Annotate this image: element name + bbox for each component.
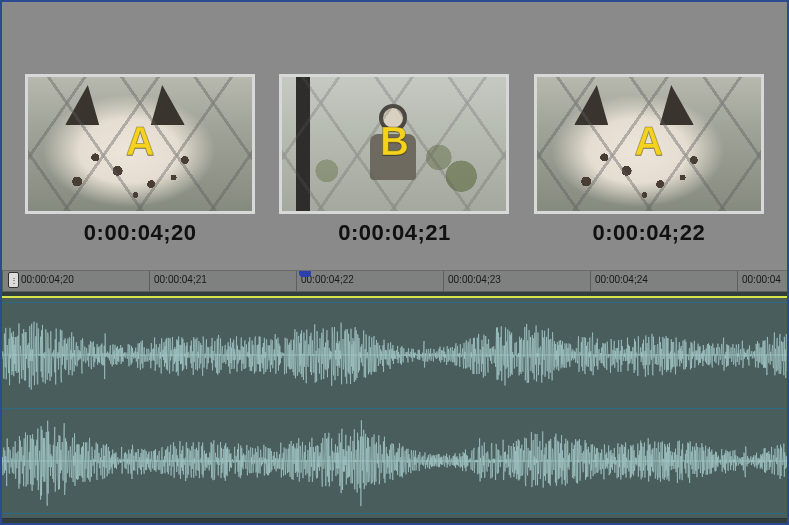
frame-thumbnail-2[interactable]: A: [534, 74, 764, 214]
frame-thumbnails-row: A 0:00:04;20 B 0:00:04;21: [2, 2, 787, 270]
audio-clip[interactable]: [2, 296, 787, 519]
ruler-tick[interactable]: 00:00:04;24: [590, 271, 737, 291]
frame-timecode-label: 0:00:04;20: [84, 220, 197, 246]
ruler-tick-label: 00:00:04;24: [595, 274, 648, 285]
timeline-panel: ⋮ 00:00:04;20 00:00:04;21 00:00:04;22 00…: [2, 270, 787, 523]
ruler-tick[interactable]: 00:00:04;22: [296, 271, 443, 291]
clip-overlay-label: B: [380, 119, 409, 164]
waveform-channel-2: [2, 410, 787, 512]
waveform-channel-1: [2, 304, 787, 406]
frame-timecode-label: 0:00:04;21: [338, 220, 451, 246]
frame-timecode-label: 0:00:04;22: [593, 220, 706, 246]
ruler-tick[interactable]: 00:00:04: [737, 271, 787, 291]
frame-thumbnail-1[interactable]: B: [279, 74, 509, 214]
frame-thumbnail-0[interactable]: A: [25, 74, 255, 214]
ruler-tick-label: 00:00:04;23: [448, 274, 501, 285]
ruler-tick-label: 00:00:04;21: [154, 274, 207, 285]
frame-column-0: A 0:00:04;20: [22, 74, 258, 246]
audio-tracks[interactable]: [2, 292, 787, 523]
frame-column-1: B 0:00:04;21: [276, 74, 512, 246]
clip-overlay-label: A: [634, 119, 663, 164]
playhead-handle[interactable]: ⋮: [8, 272, 19, 288]
ruler-tick[interactable]: 00:00:04;23: [443, 271, 590, 291]
ruler-tick[interactable]: 00:00:04;20: [2, 271, 149, 291]
ruler-tick[interactable]: 00:00:04;21: [149, 271, 296, 291]
playhead-grip-icon: ⋮: [10, 276, 18, 285]
frame-column-2: A 0:00:04;22: [531, 74, 767, 246]
current-time-indicator[interactable]: [299, 271, 311, 277]
ruler-tick-label: 00:00:04: [742, 274, 781, 285]
video-editor-panel: A 0:00:04;20 B 0:00:04;21: [2, 2, 787, 523]
time-ruler[interactable]: ⋮ 00:00:04;20 00:00:04;21 00:00:04;22 00…: [2, 270, 787, 292]
clip-overlay-label: A: [126, 119, 155, 164]
